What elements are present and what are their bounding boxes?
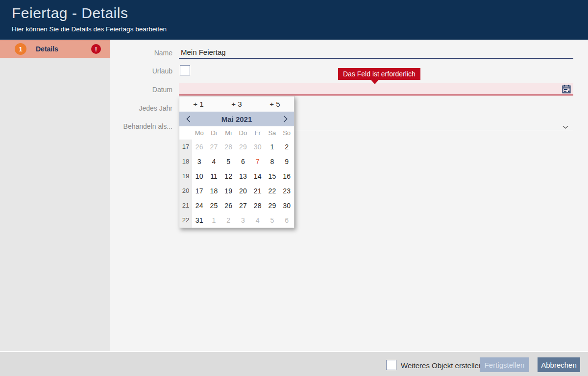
chevron-down-icon xyxy=(563,122,568,131)
calendar-day[interactable]: 2 xyxy=(279,140,294,154)
calendar-day[interactable]: 26 xyxy=(192,140,207,154)
calendar-day[interactable]: 26 xyxy=(221,198,236,213)
calendar-day[interactable]: 6 xyxy=(236,154,250,169)
calendar-quick-add-row: + 1+ 3+ 5 xyxy=(179,96,294,112)
calendar-day[interactable]: 28 xyxy=(221,140,236,154)
calendar-day[interactable]: 28 xyxy=(250,198,265,213)
calendar-day[interactable]: 20 xyxy=(236,184,250,198)
calendar-day[interactable]: 4 xyxy=(250,213,265,228)
page-subtitle: Hier können Sie die Details des Feiertag… xyxy=(12,25,167,33)
calendar-day[interactable]: 6 xyxy=(279,213,294,228)
jedes-jahr-label: Jedes Jahr xyxy=(94,104,172,112)
calendar-day[interactable]: 5 xyxy=(221,154,236,169)
calendar-quick-add-button[interactable]: + 1 xyxy=(179,96,218,112)
calendar-day[interactable]: 24 xyxy=(192,198,207,213)
calendar-icon[interactable] xyxy=(562,84,571,94)
datum-label: Datum xyxy=(94,86,172,94)
weekday-header-label: So xyxy=(279,126,294,140)
weekday-header-label: Di xyxy=(207,126,221,140)
footer-bar: Weiteres Objekt erstellen Fertigstellen … xyxy=(0,351,588,376)
name-input[interactable] xyxy=(179,46,573,59)
calendar-day[interactable]: 30 xyxy=(250,140,265,154)
calendar-week-row: 183456789 xyxy=(179,154,294,169)
calendar-day[interactable]: 10 xyxy=(192,169,207,184)
calendar-day[interactable]: 8 xyxy=(265,154,280,169)
calendar-day[interactable]: 21 xyxy=(250,184,265,198)
date-picker-popup: + 1+ 3+ 5 Mai 2021 MoDiMiDoFrSaSo 172627… xyxy=(179,96,294,228)
step-label: Details xyxy=(36,45,58,53)
calendar-day-today[interactable]: 7 xyxy=(250,154,265,169)
urlaub-label: Urlaub xyxy=(94,67,172,75)
calendar-day[interactable]: 30 xyxy=(279,198,294,213)
week-column-spacer xyxy=(179,126,192,140)
calendar-day[interactable]: 23 xyxy=(279,184,294,198)
calendar-prev-month-button[interactable] xyxy=(179,116,197,122)
calendar-week-row: 2017181920212223 xyxy=(179,184,294,198)
calendar-day[interactable]: 15 xyxy=(265,169,280,184)
calendar-day[interactable]: 22 xyxy=(265,184,280,198)
tooltip-arrow-icon xyxy=(371,80,379,84)
holiday-details-dialog: Feiertag - Details Hier können Sie die D… xyxy=(0,0,588,376)
calendar-day[interactable]: 31 xyxy=(192,213,207,228)
calendar-day[interactable]: 2 xyxy=(221,213,236,228)
calendar-nav: Mai 2021 xyxy=(179,112,294,126)
calendar-week-row: 2124252627282930 xyxy=(179,198,294,213)
step-number-badge: 1 xyxy=(15,43,26,55)
calendar-day[interactable]: 29 xyxy=(265,198,280,213)
calendar-day[interactable]: 14 xyxy=(250,169,265,184)
weekday-header-label: Mo xyxy=(192,126,207,140)
step-details[interactable]: 1 Details ! xyxy=(0,40,110,58)
datum-input[interactable] xyxy=(179,83,573,95)
behandeln-als-label: Behandeln als... xyxy=(94,122,172,130)
create-another-checkbox[interactable] xyxy=(386,360,396,370)
calendar-week-row: 2231123456 xyxy=(179,213,294,228)
week-number: 18 xyxy=(179,154,192,169)
week-number: 22 xyxy=(179,213,192,228)
calendar-day[interactable]: 4 xyxy=(207,154,221,169)
finish-button[interactable]: Fertigstellen xyxy=(480,357,529,372)
calendar-next-month-button[interactable] xyxy=(276,116,294,122)
calendar-day[interactable]: 3 xyxy=(192,154,207,169)
calendar-week-row: 17262728293012 xyxy=(179,140,294,154)
calendar-quick-add-button[interactable]: + 5 xyxy=(256,96,294,112)
calendar-day[interactable]: 19 xyxy=(221,184,236,198)
calendar-day[interactable]: 3 xyxy=(236,213,250,228)
page-title: Feiertag - Details xyxy=(12,5,128,22)
calendar-day[interactable]: 27 xyxy=(207,140,221,154)
calendar-week-row: 1910111213141516 xyxy=(179,169,294,184)
calendar-day[interactable]: 1 xyxy=(207,213,221,228)
week-number: 19 xyxy=(179,169,192,184)
weekday-header-label: Fr xyxy=(250,126,265,140)
calendar-day[interactable]: 18 xyxy=(207,184,221,198)
week-number: 20 xyxy=(179,184,192,198)
urlaub-checkbox[interactable] xyxy=(180,65,190,75)
calendar-day[interactable]: 11 xyxy=(207,169,221,184)
week-number: 21 xyxy=(179,198,192,213)
calendar-day[interactable]: 17 xyxy=(192,184,207,198)
weekday-header-label: Sa xyxy=(265,126,280,140)
calendar-quick-add-button[interactable]: + 3 xyxy=(218,96,256,112)
calendar-day[interactable]: 29 xyxy=(236,140,250,154)
cancel-button[interactable]: Abbrechen xyxy=(538,357,580,372)
calendar-day[interactable]: 25 xyxy=(207,198,221,213)
create-another-label: Weiteres Objekt erstellen xyxy=(401,361,483,370)
calendar-day[interactable]: 27 xyxy=(236,198,250,213)
validation-tooltip: Das Feld ist erforderlich xyxy=(338,68,420,80)
calendar-weekday-header: MoDiMiDoFrSaSo xyxy=(179,126,294,140)
calendar-day[interactable]: 12 xyxy=(221,169,236,184)
calendar-month-label[interactable]: Mai 2021 xyxy=(197,115,276,123)
name-label: Name xyxy=(94,49,172,57)
calendar-day[interactable]: 13 xyxy=(236,169,250,184)
calendar-day[interactable]: 5 xyxy=(265,213,280,228)
week-number: 17 xyxy=(179,140,192,154)
header: Feiertag - Details Hier können Sie die D… xyxy=(0,0,588,40)
calendar-day[interactable]: 16 xyxy=(279,169,294,184)
calendar-day[interactable]: 9 xyxy=(279,154,294,169)
weekday-header-label: Mi xyxy=(221,126,236,140)
calendar-day[interactable]: 1 xyxy=(265,140,280,154)
wizard-sidebar: 1 Details ! xyxy=(0,40,110,351)
weekday-header-label: Do xyxy=(236,126,250,140)
